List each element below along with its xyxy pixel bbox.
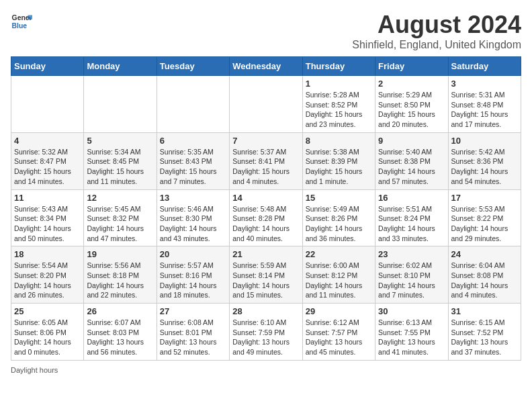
- day-number: 11: [14, 193, 81, 203]
- day-info: Sunrise: 5:34 AMSunset: 8:45 PMDaylight:…: [87, 147, 153, 187]
- calendar-week-1: 1Sunrise: 5:28 AMSunset: 8:52 PMDaylight…: [11, 76, 521, 133]
- calendar-week-5: 25Sunrise: 6:05 AMSunset: 8:06 PMDayligh…: [11, 304, 521, 361]
- day-number: 19: [87, 249, 153, 259]
- day-number: 17: [451, 193, 518, 203]
- logo: General Blue: [11, 11, 32, 32]
- day-number: 25: [14, 306, 81, 316]
- day-info: Sunrise: 5:38 AMSunset: 8:39 PMDaylight:…: [306, 147, 372, 187]
- calendar-cell-w5-d6: 30Sunrise: 6:13 AMSunset: 7:55 PMDayligh…: [375, 304, 448, 361]
- calendar-cell-w2-d5: 8Sunrise: 5:38 AMSunset: 8:39 PMDaylight…: [302, 132, 375, 189]
- calendar-cell-w3-d2: 12Sunrise: 5:45 AMSunset: 8:32 PMDayligh…: [84, 189, 157, 246]
- calendar-table: SundayMondayTuesdayWednesdayThursdayFrid…: [11, 56, 521, 361]
- day-number: 31: [451, 306, 518, 316]
- title-area: August 2024 Shinfield, England, United K…: [352, 11, 521, 51]
- calendar-cell-w1-d6: 2Sunrise: 5:29 AMSunset: 8:50 PMDaylight…: [375, 76, 448, 133]
- day-number: 13: [160, 193, 226, 203]
- calendar-cell-w1-d3: [157, 76, 229, 133]
- calendar-cell-w2-d2: 5Sunrise: 5:34 AMSunset: 8:45 PMDaylight…: [84, 132, 157, 189]
- header-area: General Blue August 2024 Shinfield, Engl…: [11, 11, 521, 51]
- header-day-tuesday: Tuesday: [157, 57, 229, 76]
- day-info: Sunrise: 5:54 AMSunset: 8:20 PMDaylight:…: [14, 261, 81, 300]
- calendar-cell-w4-d4: 21Sunrise: 5:59 AMSunset: 8:14 PMDayligh…: [230, 246, 302, 304]
- header-day-friday: Friday: [375, 57, 448, 76]
- day-info: Sunrise: 5:51 AMSunset: 8:24 PMDaylight:…: [378, 204, 445, 244]
- calendar-week-2: 4Sunrise: 5:32 AMSunset: 8:47 PMDaylight…: [11, 132, 521, 189]
- day-info: Sunrise: 5:45 AMSunset: 8:32 PMDaylight:…: [87, 204, 153, 244]
- day-number: 8: [306, 136, 372, 146]
- calendar-cell-w4-d3: 20Sunrise: 5:57 AMSunset: 8:16 PMDayligh…: [157, 246, 229, 304]
- day-number: 14: [232, 193, 299, 203]
- calendar-cell-w5-d3: 27Sunrise: 6:08 AMSunset: 8:01 PMDayligh…: [157, 304, 229, 361]
- calendar-cell-w3-d7: 17Sunrise: 5:53 AMSunset: 8:22 PMDayligh…: [448, 189, 521, 246]
- day-number: 9: [378, 136, 445, 146]
- calendar-cell-w4-d2: 19Sunrise: 5:56 AMSunset: 8:18 PMDayligh…: [84, 246, 157, 304]
- day-info: Sunrise: 5:46 AMSunset: 8:30 PMDaylight:…: [160, 204, 226, 244]
- day-number: 27: [160, 306, 226, 316]
- day-number: 22: [306, 249, 372, 259]
- calendar-cell-w3-d6: 16Sunrise: 5:51 AMSunset: 8:24 PMDayligh…: [375, 189, 448, 246]
- day-number: 7: [232, 136, 299, 146]
- day-number: 28: [232, 306, 299, 316]
- day-info: Sunrise: 6:08 AMSunset: 8:01 PMDaylight:…: [160, 318, 226, 357]
- day-info: Sunrise: 5:43 AMSunset: 8:34 PMDaylight:…: [14, 204, 81, 244]
- day-info: Sunrise: 5:57 AMSunset: 8:16 PMDaylight:…: [160, 261, 226, 300]
- calendar-cell-w3-d5: 15Sunrise: 5:49 AMSunset: 8:26 PMDayligh…: [302, 189, 375, 246]
- subtitle: Shinfield, England, United Kingdom: [352, 39, 521, 51]
- footer-note: Daylight hours: [11, 366, 521, 374]
- day-info: Sunrise: 6:05 AMSunset: 8:06 PMDaylight:…: [14, 318, 81, 357]
- day-number: 29: [306, 306, 372, 316]
- header-day-sunday: Sunday: [11, 57, 84, 76]
- calendar-cell-w3-d3: 13Sunrise: 5:46 AMSunset: 8:30 PMDayligh…: [157, 189, 229, 246]
- logo-icon: General Blue: [11, 11, 32, 32]
- day-info: Sunrise: 5:37 AMSunset: 8:41 PMDaylight:…: [232, 147, 299, 187]
- calendar-cell-w2-d6: 9Sunrise: 5:40 AMSunset: 8:38 PMDaylight…: [375, 132, 448, 189]
- day-number: 30: [378, 306, 445, 316]
- day-info: Sunrise: 5:42 AMSunset: 8:36 PMDaylight:…: [451, 147, 518, 187]
- calendar-cell-w5-d5: 29Sunrise: 6:12 AMSunset: 7:57 PMDayligh…: [302, 304, 375, 361]
- calendar-cell-w5-d2: 26Sunrise: 6:07 AMSunset: 8:03 PMDayligh…: [84, 304, 157, 361]
- day-info: Sunrise: 5:35 AMSunset: 8:43 PMDaylight:…: [160, 147, 226, 187]
- calendar-cell-w2-d7: 10Sunrise: 5:42 AMSunset: 8:36 PMDayligh…: [448, 132, 521, 189]
- day-number: 15: [306, 193, 372, 203]
- calendar-cell-w1-d5: 1Sunrise: 5:28 AMSunset: 8:52 PMDaylight…: [302, 76, 375, 133]
- header-day-saturday: Saturday: [448, 57, 521, 76]
- day-number: 23: [378, 249, 445, 259]
- main-title: August 2024: [352, 11, 521, 39]
- calendar-cell-w2-d3: 6Sunrise: 5:35 AMSunset: 8:43 PMDaylight…: [157, 132, 229, 189]
- day-number: 10: [451, 136, 518, 146]
- day-number: 21: [232, 249, 299, 259]
- day-info: Sunrise: 6:10 AMSunset: 7:59 PMDaylight:…: [232, 318, 299, 357]
- calendar-cell-w3-d4: 14Sunrise: 5:48 AMSunset: 8:28 PMDayligh…: [230, 189, 302, 246]
- day-info: Sunrise: 5:56 AMSunset: 8:18 PMDaylight:…: [87, 261, 153, 300]
- day-info: Sunrise: 5:59 AMSunset: 8:14 PMDaylight:…: [232, 261, 299, 300]
- calendar-cell-w2-d4: 7Sunrise: 5:37 AMSunset: 8:41 PMDaylight…: [230, 132, 302, 189]
- day-info: Sunrise: 5:40 AMSunset: 8:38 PMDaylight:…: [378, 147, 445, 187]
- day-info: Sunrise: 6:13 AMSunset: 7:55 PMDaylight:…: [378, 318, 445, 357]
- day-info: Sunrise: 5:53 AMSunset: 8:22 PMDaylight:…: [451, 204, 518, 244]
- day-info: Sunrise: 5:28 AMSunset: 8:52 PMDaylight:…: [306, 90, 372, 130]
- day-info: Sunrise: 5:31 AMSunset: 8:48 PMDaylight:…: [451, 90, 518, 130]
- calendar-cell-w1-d4: [230, 76, 302, 133]
- day-info: Sunrise: 5:32 AMSunset: 8:47 PMDaylight:…: [14, 147, 81, 187]
- calendar-cell-w2-d1: 4Sunrise: 5:32 AMSunset: 8:47 PMDaylight…: [11, 132, 84, 189]
- calendar-cell-w4-d6: 23Sunrise: 6:02 AMSunset: 8:10 PMDayligh…: [375, 246, 448, 304]
- calendar-cell-w3-d1: 11Sunrise: 5:43 AMSunset: 8:34 PMDayligh…: [11, 189, 84, 246]
- day-number: 26: [87, 306, 153, 316]
- day-info: Sunrise: 6:12 AMSunset: 7:57 PMDaylight:…: [306, 318, 372, 357]
- calendar-cell-w1-d2: [84, 76, 157, 133]
- calendar-week-4: 18Sunrise: 5:54 AMSunset: 8:20 PMDayligh…: [11, 246, 521, 304]
- day-number: 4: [14, 136, 81, 146]
- header-day-wednesday: Wednesday: [230, 57, 302, 76]
- calendar-cell-w5-d7: 31Sunrise: 6:15 AMSunset: 7:52 PMDayligh…: [448, 304, 521, 361]
- day-info: Sunrise: 5:29 AMSunset: 8:50 PMDaylight:…: [378, 90, 445, 130]
- day-number: 5: [87, 136, 153, 146]
- calendar-cell-w5-d4: 28Sunrise: 6:10 AMSunset: 7:59 PMDayligh…: [230, 304, 302, 361]
- day-number: 2: [378, 79, 445, 89]
- day-number: 12: [87, 193, 153, 203]
- calendar-cell-w1-d1: [11, 76, 84, 133]
- day-info: Sunrise: 5:48 AMSunset: 8:28 PMDaylight:…: [232, 204, 299, 244]
- day-number: 18: [14, 249, 81, 259]
- day-number: 1: [306, 79, 372, 89]
- calendar-cell-w4-d5: 22Sunrise: 6:00 AMSunset: 8:12 PMDayligh…: [302, 246, 375, 304]
- day-info: Sunrise: 6:02 AMSunset: 8:10 PMDaylight:…: [378, 261, 445, 300]
